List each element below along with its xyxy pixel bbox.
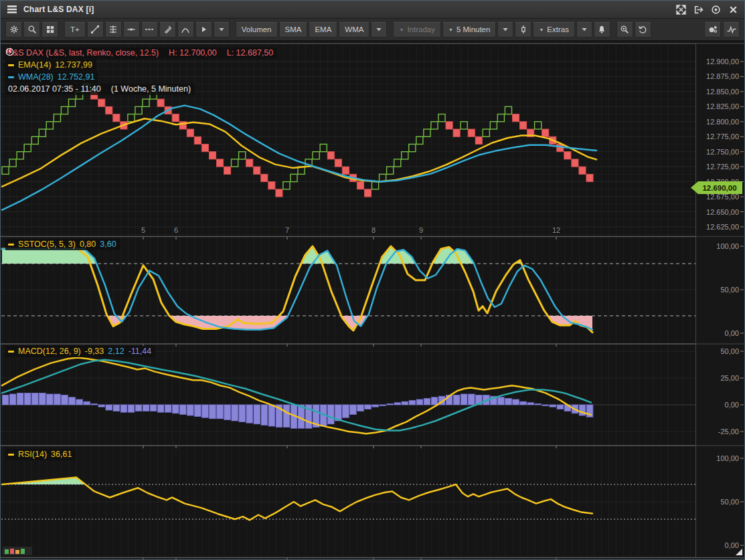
text-tool-button[interactable]: T+ bbox=[64, 22, 86, 37]
layout-button[interactable] bbox=[42, 22, 58, 37]
intraday-select[interactable]: ▼Intraday bbox=[393, 22, 441, 37]
renko-brick-down bbox=[453, 129, 460, 136]
macd-histogram-bar bbox=[32, 393, 39, 405]
macd-histogram-bar bbox=[409, 401, 416, 405]
alerts-button[interactable] bbox=[594, 22, 610, 37]
x-axis-label: 7 bbox=[285, 226, 289, 234]
macd-histogram-bar bbox=[328, 405, 335, 424]
zoom-in-icon bbox=[620, 25, 629, 34]
undo-button[interactable] bbox=[635, 22, 651, 37]
y-axis-label: 12.875,00 bbox=[706, 72, 739, 80]
settings-button[interactable] bbox=[5, 22, 22, 37]
time-range-text: 02.06.2017 07:35 - 11:40 bbox=[8, 84, 101, 94]
wma-value: 12.752,91 bbox=[58, 72, 95, 82]
wma-swatch-icon bbox=[8, 76, 14, 78]
arc-tool-button[interactable] bbox=[177, 22, 194, 37]
wma-legend[interactable]: WMA(28) 12.752,91 bbox=[5, 72, 98, 83]
y-axis-label: 100,00 bbox=[716, 242, 739, 250]
fib-grid-icon bbox=[108, 25, 118, 34]
tools-more-dropdown[interactable] bbox=[214, 22, 230, 37]
y-axis-label: 12.900,00 bbox=[706, 58, 739, 66]
macd-histogram-bar bbox=[69, 397, 76, 405]
chart-canvas[interactable]: 567891212.900,0012.875,0012.850,0012.825… bbox=[1, 41, 745, 560]
macd-histogram-bar bbox=[54, 394, 61, 405]
candlestick-icon bbox=[519, 25, 528, 34]
wma-button[interactable]: WMA bbox=[339, 22, 369, 37]
caret-down-icon bbox=[217, 25, 226, 34]
macd-histogram-bar bbox=[172, 405, 179, 413]
maximize-button[interactable] bbox=[676, 5, 686, 15]
macd-histogram-bar bbox=[535, 403, 542, 405]
renko-brick-down bbox=[106, 106, 112, 114]
draw-tool-button[interactable] bbox=[159, 22, 176, 37]
period-text: (1 Woche, 5 Minuten) bbox=[111, 84, 191, 94]
mini-chart-icon[interactable] bbox=[3, 547, 32, 555]
title-bar: Chart L&S DAX [i] bbox=[1, 1, 744, 19]
macd-histogram-bar bbox=[453, 395, 460, 405]
toolbar-right-group bbox=[704, 22, 740, 37]
ema-button[interactable]: EMA bbox=[309, 22, 337, 37]
renko-brick-down bbox=[268, 182, 275, 189]
fibonacci-tool-button[interactable] bbox=[105, 22, 122, 37]
macd-histogram-bar bbox=[239, 405, 246, 422]
interval-more-dropdown[interactable] bbox=[497, 22, 513, 37]
price-high: H: 12.700,00 bbox=[169, 48, 217, 58]
trendline-tool-button[interactable] bbox=[87, 22, 104, 37]
resize-grip[interactable] bbox=[736, 549, 742, 555]
macd-signal-value: 2,12 bbox=[108, 347, 124, 356]
chart-bubbles-icon bbox=[708, 25, 718, 34]
sstoc-k-value: 0,80 bbox=[80, 240, 96, 249]
macd-histogram-bar bbox=[232, 405, 238, 421]
ema-legend[interactable]: EMA(14) 12.737,99 bbox=[5, 60, 96, 71]
cursor-tool-button[interactable] bbox=[195, 22, 212, 37]
extras-select[interactable]: ▼Extras bbox=[533, 22, 575, 37]
record-button[interactable] bbox=[711, 5, 721, 15]
y-axis-label: 12.850,00 bbox=[706, 88, 739, 96]
close-button[interactable] bbox=[728, 5, 738, 15]
rsi-legend[interactable]: RSI(14) 36,61 bbox=[5, 449, 76, 460]
macd-histogram-bar bbox=[187, 405, 194, 415]
renko-brick-down bbox=[216, 159, 223, 167]
y-axis-label: 12.625,00 bbox=[706, 223, 739, 231]
x-axis-label: 12 bbox=[552, 226, 560, 234]
play-icon bbox=[199, 25, 208, 34]
sma-button[interactable]: SMA bbox=[279, 22, 308, 37]
y-axis-label: 12.825,00 bbox=[706, 102, 739, 110]
mini-bar bbox=[10, 549, 14, 554]
bell-icon bbox=[597, 25, 606, 34]
macd-value: -9,33 bbox=[85, 347, 104, 356]
volumen-button[interactable]: Volumen bbox=[236, 22, 278, 37]
layout-grid-icon bbox=[46, 25, 55, 34]
search-icon bbox=[27, 25, 37, 34]
chart-style-button[interactable] bbox=[723, 22, 740, 37]
dashed-line-tool-button[interactable] bbox=[141, 22, 158, 37]
view-mode-button[interactable] bbox=[704, 22, 721, 37]
zoom-button[interactable] bbox=[616, 22, 633, 37]
mini-bar bbox=[15, 550, 19, 554]
search-button[interactable] bbox=[23, 22, 40, 37]
extras-select-label: Extras bbox=[547, 25, 569, 33]
macd-legend[interactable]: MACD(12, 26, 9) -9,33 2,12 -11,44 bbox=[5, 346, 155, 357]
interval-select[interactable]: ▼5 Minuten bbox=[442, 22, 496, 37]
indicators-more-dropdown[interactable] bbox=[371, 22, 387, 37]
macd-histogram-bar bbox=[343, 405, 349, 417]
renko-brick-down bbox=[564, 152, 571, 159]
x-axis-label: 5 bbox=[141, 226, 145, 234]
ema-value: 12.737,99 bbox=[55, 60, 92, 70]
macd-histogram-bar bbox=[157, 405, 164, 412]
extras-more-dropdown[interactable] bbox=[576, 22, 592, 37]
horizontal-line-tool-button[interactable] bbox=[123, 22, 140, 37]
macd-histogram-bar bbox=[62, 395, 68, 405]
sstoc-legend[interactable]: SSTOC(5, 5, 3) 0,80 3,60 bbox=[5, 239, 120, 250]
popout-button[interactable] bbox=[693, 5, 703, 15]
macd-histogram-bar bbox=[24, 393, 31, 405]
price-series-legend[interactable]: L&S DAX (L&S, last, Renko, close, 12.5) … bbox=[5, 48, 277, 59]
renko-brick-down bbox=[261, 174, 268, 181]
macd-histogram-bar bbox=[120, 405, 127, 412]
y-axis-label: 0,00 bbox=[725, 329, 739, 337]
hamburger-menu-icon[interactable] bbox=[7, 5, 17, 14]
renko-brick-down bbox=[586, 174, 593, 181]
chart-type-button[interactable] bbox=[515, 22, 531, 37]
price-low: L: 12.687,50 bbox=[227, 48, 274, 58]
sstoc-d-value: 3,60 bbox=[100, 240, 116, 249]
